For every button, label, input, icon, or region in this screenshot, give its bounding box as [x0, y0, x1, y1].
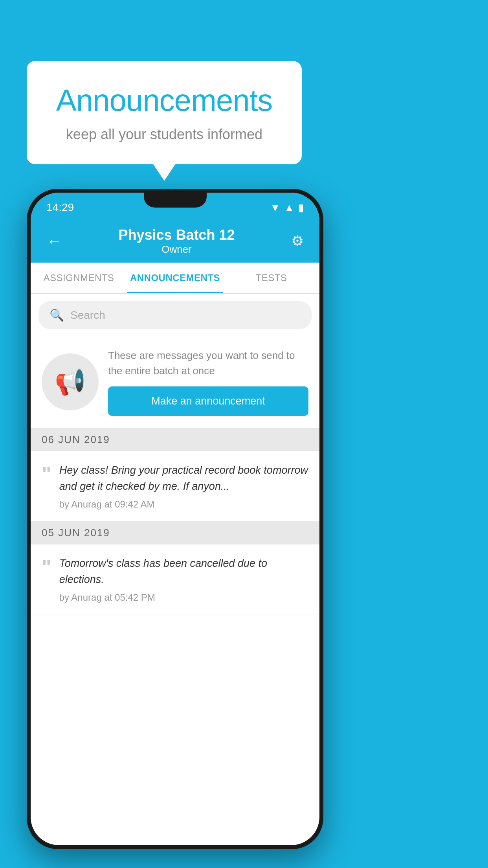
announcement-item-1[interactable]: " Hey class! Bring your practical record… [31, 451, 319, 521]
announcement-item-2[interactable]: " Tomorrow's class has been cancelled du… [31, 544, 319, 614]
search-placeholder: Search [70, 309, 105, 322]
search-bar[interactable]: 🔍 Search [39, 301, 312, 329]
phone-inner: 14:29 ▼ ▲ ▮ ← Physics Batch 12 Owner ⚙ [31, 193, 319, 845]
search-icon: 🔍 [50, 308, 64, 322]
announcement-meta-2: by Anurag at 05:42 PM [59, 592, 155, 603]
app-bar: ← Physics Batch 12 Owner ⚙ [31, 219, 319, 263]
announcements-title: Announcements [46, 83, 282, 118]
date-separator-2: 05 JUN 2019 [31, 521, 319, 544]
announcement-body-1: Hey class! Bring your practical record b… [59, 462, 308, 510]
phone-screen: 14:29 ▼ ▲ ▮ ← Physics Batch 12 Owner ⚙ [31, 193, 319, 845]
battery-icon: ▮ [298, 202, 304, 214]
make-announcement-button[interactable]: Make an announcement [108, 386, 308, 416]
tabs-bar: ASSIGNMENTS ANNOUNCEMENTS TESTS [31, 263, 319, 294]
batch-name: Physics Batch 12 [66, 227, 287, 243]
date-label-2: 05 JUN 2019 [42, 527, 110, 539]
phone-frame: 14:29 ▼ ▲ ▮ ← Physics Batch 12 Owner ⚙ [27, 189, 323, 849]
promo-content: These are messages you want to send to t… [108, 348, 308, 416]
status-time: 14:29 [46, 201, 74, 214]
tab-announcements[interactable]: ANNOUNCEMENTS [127, 263, 223, 293]
tab-assignments[interactable]: ASSIGNMENTS [31, 263, 127, 293]
quote-icon-1: " [42, 464, 51, 484]
quote-icon-2: " [42, 557, 51, 577]
announcement-text-1: Hey class! Bring your practical record b… [59, 462, 308, 494]
announcement-text-2: Tomorrow's class has been cancelled due … [59, 555, 308, 587]
owner-label: Owner [66, 243, 287, 256]
promo-icon-circle: 📢 [42, 353, 99, 410]
settings-button[interactable]: ⚙ [287, 229, 308, 253]
date-label-1: 06 JUN 2019 [42, 434, 110, 446]
date-separator-1: 06 JUN 2019 [31, 428, 319, 451]
wifi-icon: ▼ [270, 202, 281, 214]
signal-icon: ▲ [284, 202, 294, 214]
megaphone-icon: 📢 [55, 367, 86, 397]
search-container: 🔍 Search [31, 294, 319, 336]
promo-section: 📢 These are messages you want to send to… [31, 336, 319, 428]
speech-bubble: Announcements keep all your students inf… [27, 61, 302, 164]
app-bar-title: Physics Batch 12 Owner [66, 227, 287, 256]
tab-tests[interactable]: TESTS [223, 263, 319, 293]
phone-notch [144, 193, 207, 208]
screen-body: 🔍 Search 📢 These are messages you want t… [31, 294, 319, 845]
back-button[interactable]: ← [42, 228, 66, 254]
speech-bubble-container: Announcements keep all your students inf… [27, 61, 302, 164]
announcement-body-2: Tomorrow's class has been cancelled due … [59, 555, 308, 603]
announcements-subtitle: keep all your students informed [46, 126, 282, 143]
announcement-meta-1: by Anurag at 09:42 AM [59, 499, 155, 509]
status-icons: ▼ ▲ ▮ [270, 202, 304, 214]
promo-description: These are messages you want to send to t… [108, 348, 308, 379]
